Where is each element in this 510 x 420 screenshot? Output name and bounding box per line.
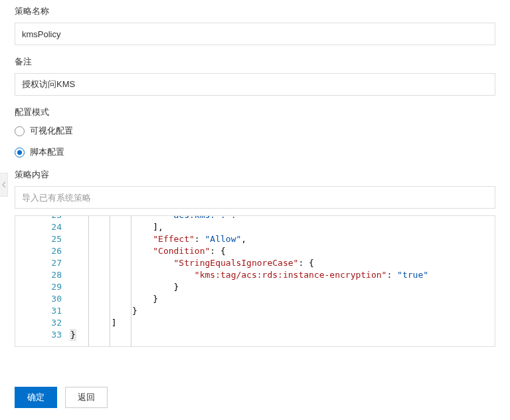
remark-label: 备注 bbox=[15, 56, 495, 68]
radio-icon bbox=[15, 148, 25, 158]
radio-script-label: 脚本配置 bbox=[30, 146, 64, 158]
line-number: 32 bbox=[15, 317, 62, 329]
policy-name-input[interactable] bbox=[15, 23, 495, 45]
code-line[interactable]: ] bbox=[70, 317, 495, 329]
code-line[interactable]: } bbox=[70, 329, 495, 341]
line-number: 27 bbox=[15, 257, 62, 269]
code-line[interactable]: "Effect": "Allow", bbox=[70, 233, 495, 245]
policy-content-label: 策略内容 bbox=[15, 169, 495, 181]
line-number: 23 bbox=[15, 215, 62, 221]
radio-script-config[interactable]: 脚本配置 bbox=[15, 146, 495, 158]
code-line[interactable]: "Condition": { bbox=[70, 245, 495, 257]
policy-name-label: 策略名称 bbox=[15, 5, 495, 17]
code-line[interactable]: "StringEqualsIgnoreCase": { bbox=[70, 257, 495, 269]
radio-icon bbox=[15, 126, 25, 136]
code-editor[interactable]: 2324252627282930313233 acs:kms:*:*:* ], … bbox=[15, 215, 495, 347]
code-line[interactable]: ], bbox=[70, 221, 495, 233]
collapse-handle[interactable] bbox=[0, 173, 8, 197]
code-line[interactable]: } bbox=[70, 293, 495, 305]
code-line[interactable]: acs:kms:*:*:* bbox=[70, 215, 495, 221]
line-number: 25 bbox=[15, 233, 62, 245]
line-number: 33 bbox=[15, 329, 62, 341]
line-number: 30 bbox=[15, 293, 62, 305]
code-line[interactable]: } bbox=[70, 281, 495, 293]
back-button[interactable]: 返回 bbox=[65, 387, 108, 408]
radio-visual-label: 可视化配置 bbox=[30, 125, 73, 137]
remark-input[interactable] bbox=[15, 73, 495, 96]
line-number: 29 bbox=[15, 281, 62, 293]
config-mode-label: 配置模式 bbox=[15, 106, 495, 118]
line-number: 28 bbox=[15, 269, 62, 281]
ok-button[interactable]: 确定 bbox=[15, 387, 57, 408]
import-policy-input[interactable] bbox=[15, 186, 495, 209]
code-line[interactable]: } bbox=[70, 305, 495, 317]
radio-visual-config[interactable]: 可视化配置 bbox=[15, 125, 495, 137]
line-number: 31 bbox=[15, 305, 62, 317]
code-line[interactable]: "kms:tag/acs:rds:instance-encryption": "… bbox=[70, 269, 495, 281]
line-number: 24 bbox=[15, 221, 62, 233]
chevron-left-icon bbox=[2, 181, 6, 188]
line-number: 26 bbox=[15, 245, 62, 257]
